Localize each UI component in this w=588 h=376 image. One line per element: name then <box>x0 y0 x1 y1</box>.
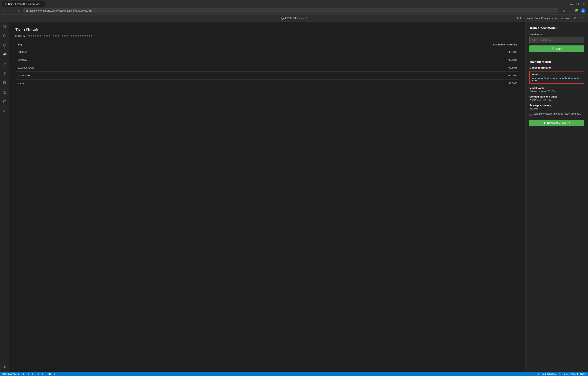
sidebar-item-tags[interactable] <box>0 41 10 50</box>
status-version-left: v2.1-preview.3 <box>542 373 556 375</box>
extensions-button[interactable]: 🧩 <box>574 8 579 13</box>
status-right: ◇ v2.1-preview.3 ⑂ 2.1-preview.3-b7e1568 <box>537 373 586 375</box>
result-table: Tag Estimated Accuracy Address 99.50% Bi… <box>15 41 519 87</box>
browser-chrome: Train - Form OCR Testing Tool × + — ❐ ✕ … <box>0 0 588 15</box>
panel-divider <box>529 56 584 56</box>
avg-accuracy-value: 88.00% <box>529 107 584 110</box>
svg-point-9 <box>4 366 5 368</box>
url-text: fott-preview-private.azurewebsites.net/p… <box>30 9 92 12</box>
back-button[interactable]: ← <box>2 8 8 13</box>
sidebar-item-analyze[interactable] <box>0 69 10 78</box>
browser-actions: ☆ ✓ 🧩 A <box>562 8 586 13</box>
learn-more-text: Learn more about improving model accurac… <box>534 112 581 115</box>
created-value: 2021/3/24 12:41:07 <box>529 98 584 101</box>
table-row: LicenseNo 60.00% <box>15 72 519 80</box>
train-button[interactable]: Train <box>529 45 584 52</box>
profile-button[interactable]: A <box>581 8 586 13</box>
help-bar: Help us improve Form Recognizer. Take ou… <box>517 16 584 20</box>
col-accuracy: Estimated Accuracy <box>230 41 519 48</box>
table-cell-accuracy: 60.00% <box>230 72 519 80</box>
sidebar-item-home[interactable] <box>0 31 10 41</box>
status-bar: Ignite202103Demo - Id ◇ 5 ↑ 5 📄 5 ◇ v2.1… <box>0 372 588 376</box>
settings-icon <box>3 365 6 369</box>
model-name-input[interactable] <box>529 37 584 43</box>
created-info-row: Created date and time: 2021/3/24 12:41:0… <box>529 95 584 101</box>
checkmark-button[interactable]: ✓ <box>568 8 572 13</box>
question-button[interactable]: ? <box>582 16 584 20</box>
sidebar-bottom <box>0 362 9 372</box>
main-content: Train Result Model ID: ▪▪▪▪▪▪▪▪-▪▪▪▪-▪▪▪… <box>10 22 588 372</box>
status-branch-icon: ⑂ <box>559 373 561 375</box>
table-row: Name 80.00% <box>15 80 519 87</box>
table-row: Birthday 99.50% <box>15 56 519 64</box>
lock-icon: 🔒 <box>26 9 29 12</box>
status-version-right: 2.1-preview.3-b7e1568 <box>564 373 586 375</box>
model-id-label: Model ID: <box>15 34 26 37</box>
layout-button[interactable]: ⊞ <box>578 16 580 20</box>
sidebar-item-compose[interactable] <box>0 106 10 116</box>
logo-icon <box>3 24 7 28</box>
list-icon <box>3 100 6 104</box>
tab-bar: Train - Form OCR Testing Tool × + — ❐ ✕ <box>0 0 588 7</box>
train-button-label: Train <box>556 47 562 50</box>
model-info-title: Model information <box>529 66 584 69</box>
right-panel: Train a new model Model name Train Train… <box>525 22 588 372</box>
analyze-icon <box>3 72 6 75</box>
sidebar-top <box>0 22 9 362</box>
sidebar-item-upload[interactable] <box>0 59 10 69</box>
sidebar-item-train[interactable] <box>0 50 10 59</box>
model-id-box-value: ▪▪▪.▪▪▪▪7▪▪1..▪▪▪..▪▪▪4▪▪853▪▪▪1▪.▪▪ <box>532 77 582 82</box>
tab-close-button[interactable]: × <box>41 2 42 6</box>
download-button-label: Download JSON file <box>547 121 570 124</box>
upload-icon <box>3 62 6 66</box>
minimize-button[interactable]: — <box>569 2 575 6</box>
training-record-title: Training record <box>529 60 584 63</box>
status-upload-icon: ↑ <box>38 373 39 375</box>
status-version-icon: ◇ <box>537 373 539 375</box>
table-cell-tag: Address <box>15 48 230 56</box>
table-cell-tag: LicenseNo <box>15 72 230 80</box>
sidebar-item-logo[interactable] <box>0 22 10 31</box>
result-model-id-value: ▪▪▪▪▪▪▪▪-▪▪▪▪-▪▪▪▪-▪▪▪▪-▪▪▪▪▪▪▪▪▪▪▪▪ <box>27 34 93 37</box>
train-button-icon <box>552 47 554 50</box>
download-json-button[interactable]: ⬇ Download JSON file <box>529 120 584 126</box>
learn-more-row: i Learn more about improving model accur… <box>529 112 584 116</box>
model-id-box-label: Model ID: <box>532 73 582 76</box>
model-name-field-value: DriversLicense202103 <box>529 90 584 93</box>
active-tab[interactable]: Train - Form OCR Testing Tool × <box>1 1 45 7</box>
model-name-label: Model name <box>529 33 584 36</box>
tag-icon <box>3 43 6 47</box>
sidebar-item-settings[interactable] <box>0 362 10 372</box>
model-name-info-row: Model Name: DriversLicense202103 <box>529 87 584 93</box>
share-button[interactable]: ↗ <box>573 16 576 20</box>
project-name-topbar: Ignite202103Demo - Id <box>281 17 307 20</box>
avg-accuracy-label: Average accuracy: <box>529 104 584 107</box>
status-upload-count: 5 <box>42 373 43 375</box>
sidebar-item-list[interactable] <box>0 97 10 106</box>
bookmark-button[interactable]: ☆ <box>562 8 566 13</box>
status-doc-icon: 📄 <box>48 373 51 375</box>
maximize-button[interactable]: ❐ <box>575 2 581 6</box>
result-title: Train Result <box>15 27 519 32</box>
document-icon <box>3 81 6 84</box>
url-bar[interactable]: 🔒 fott-preview-private.azurewebsites.net… <box>23 8 558 13</box>
train-new-model-title: Train a new model <box>529 26 584 30</box>
result-panel: Train Result Model ID: ▪▪▪▪▪▪▪▪-▪▪▪▪-▪▪▪… <box>10 22 525 372</box>
refresh-button[interactable]: ↻ <box>16 8 21 13</box>
address-bar: ← → ↻ 🔒 fott-preview-private.azurewebsit… <box>0 7 588 14</box>
table-row: ExpirationDate 99.50% <box>15 64 519 72</box>
plugin-icon <box>3 91 6 94</box>
close-button[interactable]: ✕ <box>581 2 587 6</box>
tab-label: Train - Form OCR Testing Tool <box>8 3 40 5</box>
sidebar-item-document[interactable] <box>0 78 10 88</box>
forward-button[interactable]: → <box>10 8 15 13</box>
new-tab-button[interactable]: + <box>45 1 51 7</box>
table-cell-tag: ExpirationDate <box>15 64 230 72</box>
svg-point-11 <box>552 48 553 49</box>
window-controls: — ❐ ✕ <box>569 2 587 6</box>
sidebar-item-plugin[interactable] <box>0 88 10 97</box>
created-label: Created date and time: <box>529 95 584 98</box>
svg-point-4 <box>4 54 5 55</box>
app-topbar: Ignite202103Demo - Id Help us improve Fo… <box>0 15 588 22</box>
table-cell-accuracy: 99.50% <box>230 64 519 72</box>
